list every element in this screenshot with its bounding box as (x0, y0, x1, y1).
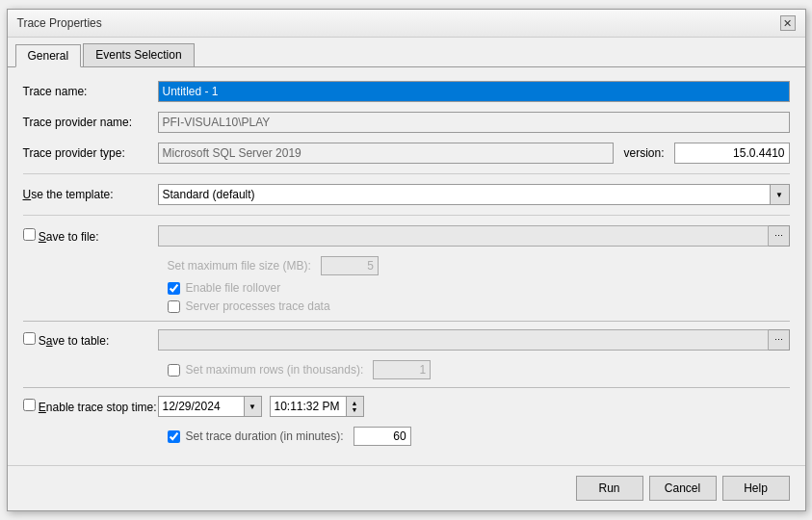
use-template-label: Use the template: (23, 188, 158, 201)
save-table-sub-section: Set maximum rows (in thousands): (168, 360, 790, 379)
enable-rollover-row: Enable file rollover (168, 281, 790, 295)
save-to-table-label-container: Save to table: (23, 332, 158, 348)
server-processes-label[interactable]: Server processes trace data (186, 299, 330, 313)
trace-name-row: Trace name: (23, 81, 790, 102)
save-to-file-row: Save to file: ⋯ (23, 225, 790, 247)
version-label: version: (623, 146, 664, 160)
save-file-input-container: ⋯ (158, 225, 790, 247)
use-template-row: Use the template: ▼ (23, 184, 790, 205)
save-to-file-label[interactable]: Save to file: (39, 230, 99, 244)
enable-rollover-checkbox[interactable] (168, 282, 180, 295)
cancel-button[interactable]: Cancel (649, 476, 717, 501)
stop-time-spinner[interactable]: ▲ ▼ (347, 396, 364, 417)
trace-provider-name-input (158, 112, 790, 133)
separator-1 (23, 173, 790, 174)
enable-stop-time-row: Enable trace stop time: ▼ ▲ ▼ (23, 396, 790, 417)
duration-sub-section: Set trace duration (in minutes): (168, 427, 790, 446)
duration-checkbox[interactable] (168, 430, 180, 443)
general-tab-content: Trace name: Trace provider name: Trace p… (8, 67, 805, 465)
template-select[interactable] (158, 184, 771, 205)
enable-stop-time-checkbox[interactable] (23, 399, 36, 411)
max-rows-row: Set maximum rows (in thousands): (168, 360, 790, 379)
save-to-file-label-container: Save to file: (23, 228, 158, 244)
close-button[interactable]: ✕ (780, 15, 796, 31)
save-to-table-label[interactable]: Save to table: (39, 334, 109, 348)
trace-properties-dialog: Trace Properties ✕ General Events Select… (7, 9, 806, 511)
stop-time-inputs: ▼ ▲ ▼ (158, 396, 364, 417)
server-processes-checkbox[interactable] (168, 300, 180, 313)
template-dropdown-arrow[interactable]: ▼ (771, 184, 790, 205)
enable-stop-time-label[interactable]: Enable trace stop time: (39, 401, 157, 414)
trace-provider-type-input (158, 143, 615, 164)
separator-3 (23, 321, 790, 322)
trace-provider-type-label: Trace provider type: (23, 146, 158, 160)
template-dropdown-container: ▼ (158, 184, 790, 205)
save-to-table-row: Save to table: ⋯ (23, 329, 790, 351)
max-rows-checkbox[interactable] (168, 364, 180, 377)
server-processes-row: Server processes trace data (168, 299, 790, 313)
trace-provider-name-row: Trace provider name: (23, 112, 790, 133)
stop-date-dropdown-arrow[interactable]: ▼ (245, 396, 262, 417)
tab-bar: General Events Selection (8, 38, 805, 67)
save-to-file-checkbox[interactable] (23, 228, 36, 241)
separator-4 (23, 387, 790, 388)
max-rows-input (373, 360, 431, 379)
provider-type-group: version: (158, 143, 790, 164)
save-table-input[interactable] (158, 329, 769, 351)
save-table-browse-button[interactable]: ⋯ (769, 329, 790, 351)
max-file-size-label: Set maximum file size (MB): (168, 259, 311, 273)
duration-label[interactable]: Set trace duration (in minutes): (186, 429, 344, 443)
tab-general[interactable]: General (15, 44, 82, 67)
dialog-title: Trace Properties (17, 16, 102, 30)
bottom-bar: Run Cancel Help (8, 465, 805, 510)
trace-provider-type-row: Trace provider type: version: (23, 143, 790, 164)
duration-input[interactable] (354, 427, 411, 446)
save-table-input-container: ⋯ (158, 329, 790, 351)
enable-stop-time-label-container: Enable trace stop time: (23, 399, 158, 414)
max-file-size-row: Set maximum file size (MB): (168, 256, 790, 275)
save-file-input[interactable] (158, 225, 769, 247)
run-button[interactable]: Run (576, 476, 643, 501)
trace-name-input[interactable] (158, 81, 790, 102)
enable-rollover-label[interactable]: Enable file rollover (186, 281, 281, 295)
save-to-table-checkbox[interactable] (23, 332, 36, 345)
version-input (674, 143, 790, 164)
help-button[interactable]: Help (722, 476, 790, 501)
max-file-size-input (321, 256, 379, 275)
title-bar: Trace Properties ✕ (8, 10, 805, 38)
trace-provider-name-label: Trace provider name: (23, 116, 158, 129)
stop-time-input[interactable] (270, 396, 347, 417)
separator-2 (23, 215, 790, 216)
trace-name-label: Trace name: (23, 85, 158, 98)
stop-date-input[interactable] (158, 396, 245, 417)
tab-events-selection[interactable]: Events Selection (83, 43, 194, 66)
save-file-sub-section: Set maximum file size (MB): Enable file … (168, 256, 790, 313)
duration-row: Set trace duration (in minutes): (168, 427, 790, 446)
max-rows-label[interactable]: Set maximum rows (in thousands): (186, 363, 364, 377)
save-file-browse-button[interactable]: ⋯ (769, 225, 790, 247)
